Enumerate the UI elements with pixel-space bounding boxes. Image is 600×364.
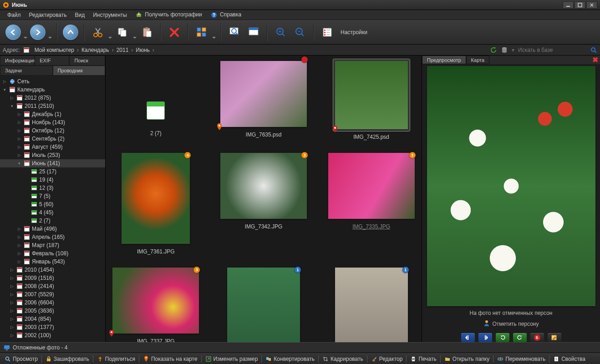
menu-file[interactable]: Файл (4, 11, 25, 19)
status-share[interactable]: Поделиться (94, 354, 138, 364)
tab-tasks[interactable]: Задачи (0, 66, 53, 76)
thumb-item[interactable]: 1 img_7979.jpg (220, 266, 307, 342)
menu-tools[interactable]: Инструменты (89, 11, 131, 19)
tree-calendar[interactable]: ▾Календарь (0, 86, 105, 94)
tree-day-5[interactable]: 5 (60) (0, 200, 105, 208)
tree-day-19[interactable]: 19 (4) (0, 176, 105, 184)
tree-day-7[interactable]: 7 (5) (0, 192, 105, 200)
tree-2012[interactable]: ▷2012 (875) (0, 94, 105, 102)
tree-2004[interactable]: ▷2004 (854) (0, 315, 105, 323)
paste-button[interactable] (137, 23, 157, 42)
status-properties[interactable]: Свойства (550, 354, 588, 364)
status-view[interactable]: Просмотр (2, 354, 41, 364)
tree-2008[interactable]: ▷2008 (2414) (0, 282, 105, 290)
maximize-button[interactable] (575, 1, 585, 9)
next-image-button[interactable] (478, 333, 492, 342)
select-all-button[interactable] (192, 23, 211, 42)
zoom-button[interactable] (225, 23, 244, 42)
rotate-left-button[interactable] (496, 333, 509, 342)
close-button[interactable] (586, 1, 597, 9)
tree-december[interactable]: ▷Декабрь (1) (0, 110, 105, 118)
copy-dropdown[interactable] (132, 23, 137, 42)
nav-forward-button[interactable] (28, 23, 47, 42)
tag-person-button[interactable]: Отметить персону (422, 320, 600, 328)
tree-april[interactable]: ▷Апрель (165) (0, 233, 105, 241)
delete-button[interactable] (165, 23, 184, 42)
count-badge-button[interactable]: 5 (530, 333, 544, 342)
rotate-right-button[interactable] (513, 333, 527, 342)
menu-help[interactable]: ? Справка (207, 10, 245, 20)
thumb-item[interactable]: 4 IMG_7361.JPG (112, 151, 199, 255)
thumb-item[interactable]: 3 IMG_7337.JPG (112, 266, 199, 342)
copy-button[interactable] (113, 23, 132, 42)
cut-button[interactable] (88, 23, 107, 42)
tree-october[interactable]: ▷Октябрь (12) (0, 126, 105, 135)
status-convert[interactable]: Конвертировать (263, 354, 317, 364)
crumb-june[interactable]: Июнь (134, 47, 152, 53)
database-icon[interactable] (501, 46, 508, 54)
tab-map[interactable]: Карта (466, 56, 489, 64)
tree-2009[interactable]: ▷2009 (1516) (0, 274, 105, 282)
tree-day-4[interactable]: 4 (45) (0, 208, 105, 217)
tree-june[interactable]: ▾Июнь (141) (0, 159, 105, 167)
minimize-button[interactable] (563, 1, 574, 9)
search-database-input[interactable] (518, 47, 586, 53)
thumb-folder[interactable]: 2 (7) (112, 59, 199, 140)
tab-information[interactable]: Информация (0, 56, 35, 66)
settings-button[interactable] (318, 23, 337, 42)
status-encrypt[interactable]: Зашифровать (43, 354, 92, 364)
status-editor[interactable]: Редактор (368, 354, 406, 364)
refresh-icon[interactable] (490, 46, 497, 54)
tree-2010[interactable]: ▷2010 (1454) (0, 266, 105, 274)
tab-explorer[interactable]: Проводник (53, 66, 106, 76)
tree-2002[interactable]: ▷2002 (100) (0, 331, 105, 339)
tree-2006[interactable]: ▷2006 (6604) (0, 298, 105, 307)
root-icon[interactable] (23, 46, 30, 54)
menu-get-photos[interactable]: Получить фотографии (132, 10, 206, 20)
tree-may[interactable]: ▷Май (496) (0, 225, 105, 233)
cut-dropdown[interactable] (107, 23, 113, 42)
status-crop[interactable]: Кадрировать (320, 354, 366, 364)
tree-february[interactable]: ▷Февраль (108) (0, 249, 105, 258)
thumbnail-grid[interactable]: 2 (7) IMG_7635.psd IMG_7425.psd 4 IMG_73… (106, 56, 422, 342)
tree-january[interactable]: ▷Январь (543) (0, 258, 105, 266)
thumb-item[interactable]: 3 IMG_7342.JPG (220, 151, 307, 255)
crumb-2011[interactable]: 2011 (115, 47, 131, 53)
nav-up-button[interactable] (61, 23, 80, 42)
close-panel-icon[interactable]: ✖ (592, 56, 598, 64)
status-print[interactable]: Печать (407, 354, 439, 364)
status-show-on-map[interactable]: Показать на карте (140, 354, 200, 364)
preview-image[interactable] (427, 66, 595, 306)
folder-tree[interactable]: ▷Сеть ▾Календарь ▷2012 (875) ▾2011 (2510… (0, 76, 105, 342)
tree-2011[interactable]: ▾2011 (2510) (0, 102, 105, 110)
tab-preview[interactable]: Предпросмотр (422, 56, 466, 64)
tab-exif[interactable]: EXIF (35, 56, 69, 66)
zoom-out-button[interactable] (290, 23, 310, 42)
status-open-folder[interactable]: Открыть папку (442, 354, 493, 364)
status-rename[interactable]: Переименовать (494, 354, 548, 364)
search-icon[interactable] (590, 46, 597, 54)
fullscreen-button[interactable] (244, 23, 263, 42)
prev-image-button[interactable] (461, 333, 475, 342)
tree-day-2[interactable]: 2 (7) (0, 217, 105, 225)
menu-edit[interactable]: Редактировать (25, 11, 71, 19)
tree-2005[interactable]: ▷2005 (3636) (0, 307, 105, 315)
thumb-item[interactable]: 1 img_4117.psd (328, 266, 415, 342)
tree-september[interactable]: ▷Сентябрь (2) (0, 135, 105, 143)
status-resize[interactable]: Изменить размер (203, 354, 261, 364)
edit-note-button[interactable] (548, 333, 561, 342)
tree-august[interactable]: ▷Август (459) (0, 143, 105, 151)
menu-view[interactable]: Вид (71, 11, 88, 19)
tree-july[interactable]: ▷Июль (253) (0, 151, 105, 159)
tree-2003[interactable]: ▷2003 (1377) (0, 323, 105, 331)
tree-day-12[interactable]: 12 (3) (0, 184, 105, 192)
zoom-in-button[interactable] (271, 23, 290, 42)
thumb-item[interactable]: 3 IMG_7335.JPG (328, 151, 415, 255)
tab-search[interactable]: Поиск (69, 56, 105, 66)
tree-network[interactable]: ▷Сеть (0, 77, 105, 86)
thumb-item[interactable]: IMG_7635.psd (220, 59, 307, 140)
nav-back-dropdown[interactable] (23, 23, 28, 42)
nav-forward-dropdown[interactable] (47, 23, 53, 42)
select-all-dropdown[interactable] (211, 23, 217, 42)
tree-day-25[interactable]: 25 (17) (0, 167, 105, 176)
